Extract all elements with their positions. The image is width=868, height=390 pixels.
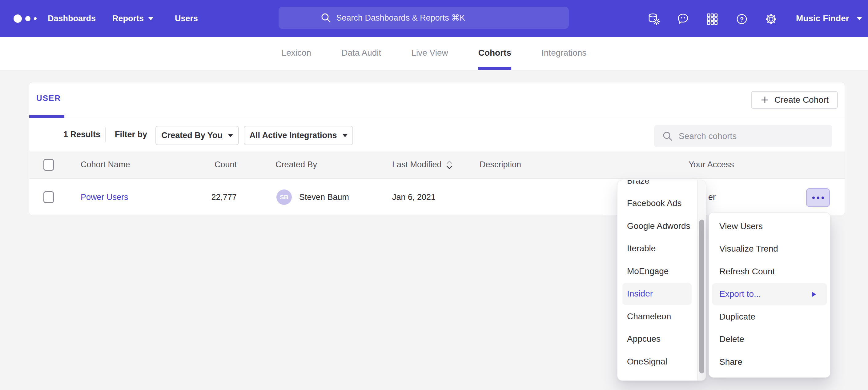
last-modified-date: Jan 6, 2021 (392, 179, 436, 215)
menu-item-moengage[interactable]: MoEngage (617, 260, 697, 283)
integrations-filter-dropdown[interactable]: All Active Integrations (244, 126, 353, 145)
cohort-table-row: Power Users 22,777 SB Steven Baum Jan 6,… (29, 179, 845, 215)
submenu-scrollbar-track[interactable] (698, 180, 706, 381)
filter-toolbar: 1 Results Filter by Created By You All A… (29, 118, 845, 151)
menu-item-delete[interactable]: Delete (709, 328, 830, 351)
top-navbar: Dashboards Reports Users (0, 0, 868, 37)
project-name: Music Finder (796, 13, 849, 23)
sort-icon (445, 159, 454, 170)
menu-item-view-users[interactable]: View Users (709, 215, 830, 238)
dot-icon (822, 197, 824, 199)
row-actions-context-menu: View Users Visualize Trend Refresh Count… (709, 212, 831, 378)
submenu-arrow-icon (812, 292, 816, 297)
menu-item-chameleon[interactable]: Chameleon (617, 305, 697, 328)
access-value-fragment: er (708, 179, 716, 215)
menu-item-insider[interactable]: Insider (622, 283, 692, 305)
row-actions-button[interactable] (806, 188, 830, 207)
row-checkbox[interactable] (43, 191, 54, 203)
search-icon (662, 131, 673, 142)
svg-text:?: ? (740, 16, 744, 23)
results-count: 1 Results (63, 118, 100, 151)
apps-grid-icon[interactable] (706, 12, 719, 26)
active-tab-underline (29, 115, 64, 118)
cohorts-card: USER Create Cohort 1 Results Filter by C… (29, 82, 845, 215)
menu-item-google-adwords[interactable]: Google Adwords (617, 215, 697, 237)
menu-item-visualize-trend[interactable]: Visualize Trend (709, 238, 830, 261)
menu-item-facebook-ads[interactable]: Facebook Ads (617, 192, 697, 215)
tab-data-audit[interactable]: Data Audit (341, 37, 381, 70)
data-management-tabs: Lexicon Data Audit Live View Cohorts Int… (0, 37, 868, 70)
search-icon (320, 12, 332, 23)
tab-user-cohorts[interactable]: USER (36, 94, 61, 103)
chevron-down-icon (148, 17, 154, 20)
chevron-down-icon (228, 134, 233, 137)
nav-reports[interactable]: Reports (112, 0, 154, 37)
created-by-name: Steven Baum (299, 179, 349, 215)
dot-icon (817, 197, 819, 199)
column-header-cohort-name[interactable]: Cohort Name (81, 151, 130, 178)
select-all-checkbox[interactable] (43, 159, 54, 171)
help-icon[interactable]: ? (735, 12, 749, 26)
column-header-count[interactable]: Count (171, 151, 237, 178)
table-header-row: Cohort Name Count Created By Last Modifi… (29, 151, 845, 179)
menu-item-duplicate[interactable]: Duplicate (709, 305, 830, 328)
data-management-icon[interactable] (647, 12, 660, 26)
tab-live-view[interactable]: Live View (411, 37, 448, 70)
menu-item-braze[interactable]: Braze (617, 180, 697, 192)
nav-dashboards[interactable]: Dashboards (48, 0, 96, 37)
project-switcher[interactable]: Music Finder (796, 0, 862, 37)
column-header-your-access[interactable]: Your Access (665, 151, 757, 178)
dot-icon (812, 197, 815, 199)
filter-by-label: Filter by (115, 118, 147, 151)
divider (105, 127, 105, 142)
plus-icon (760, 95, 770, 105)
menu-item-onesignal[interactable]: OneSignal (617, 350, 697, 373)
global-search-input[interactable] (336, 13, 527, 23)
submenu-scrollbar-thumb[interactable] (699, 220, 704, 373)
cohort-type-header: USER Create Cohort (29, 83, 845, 118)
chevron-down-icon (857, 17, 862, 20)
menu-item-share[interactable]: Share (709, 351, 830, 373)
nav-users[interactable]: Users (175, 0, 198, 37)
cohort-name-link[interactable]: Power Users (81, 193, 128, 202)
column-header-created-by[interactable]: Created By (276, 151, 317, 178)
tab-integrations[interactable]: Integrations (541, 37, 586, 70)
cohort-search-bar[interactable] (654, 125, 832, 147)
column-header-last-modified[interactable]: Last Modified (392, 151, 454, 178)
chevron-down-icon (343, 134, 347, 137)
export-destinations-submenu: Braze Facebook Ads Google Adwords Iterab… (617, 180, 706, 381)
tab-lexicon[interactable]: Lexicon (282, 37, 311, 70)
created-by-filter-dropdown[interactable]: Created By You (155, 126, 239, 145)
tab-cohorts[interactable]: Cohorts (478, 37, 511, 70)
cohort-count: 22,777 (171, 179, 237, 215)
settings-gear-icon[interactable] (764, 12, 778, 26)
cohorts-page: Dashboards Reports Users (0, 0, 868, 390)
feedback-bubble-icon[interactable] (676, 12, 690, 26)
menu-item-iterable[interactable]: Iterable (617, 237, 697, 260)
menu-item-refresh-count[interactable]: Refresh Count (709, 260, 830, 283)
avatar: SB (276, 190, 292, 205)
global-search-bar[interactable] (279, 7, 569, 29)
create-cohort-button[interactable]: Create Cohort (751, 91, 838, 109)
column-header-description[interactable]: Description (479, 151, 521, 178)
mixpanel-logo-icon[interactable] (13, 14, 37, 23)
menu-item-appcues[interactable]: Appcues (617, 328, 697, 351)
menu-item-export-to[interactable]: Export to... (712, 283, 827, 306)
cohort-search-input[interactable] (679, 131, 827, 141)
